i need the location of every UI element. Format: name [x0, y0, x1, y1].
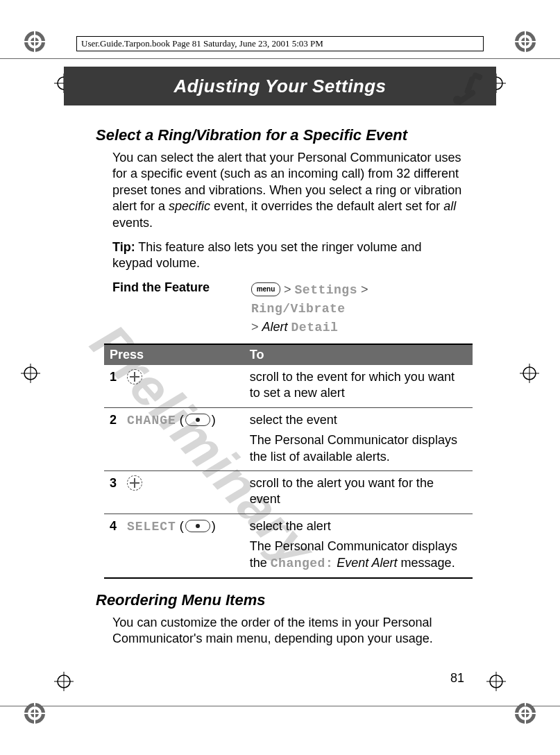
crop-mark-icon [486, 672, 506, 691]
registration-mark-icon [21, 699, 49, 727]
chapter-title-bar: Adjusting Your Settings [64, 67, 496, 105]
registration-mark-icon [21, 28, 49, 56]
page-number: 81 [450, 671, 464, 686]
settings-wrench-icon [449, 71, 488, 110]
crop-mark-icon [21, 364, 40, 383]
find-the-feature-path: menu > Settings > Ring/Vibrate > Alert D… [251, 280, 464, 337]
nav-key-icon [127, 475, 142, 491]
crop-mark-icon [54, 672, 74, 691]
print-header-text: User.Guide.Tarpon.book Page 81 Saturday,… [81, 38, 323, 49]
section1-tip: Tip: This feature also lets you set the … [112, 239, 464, 272]
instruction-table: Press To 1 scroll to the event for which… [104, 343, 473, 579]
crop-guide [0, 58, 560, 59]
table-head-to: To [244, 344, 473, 365]
table-row: 2 CHANGE () select the event The Persona… [104, 407, 473, 470]
table-row: 4 SELECT () select the alert The Persona… [104, 514, 473, 578]
soft-key-icon [185, 520, 210, 532]
section-heading-ring-vibration: Select a Ring/Vibration for a Specific E… [96, 126, 464, 144]
page-content: Select a Ring/Vibration for a Specific E… [96, 119, 464, 656]
section2-paragraph: You can customize the order of the items… [112, 615, 464, 647]
find-the-feature: Find the Feature menu > Settings > Ring/… [112, 280, 464, 337]
soft-key-icon [185, 414, 210, 426]
print-header: User.Guide.Tarpon.book Page 81 Saturday,… [76, 36, 484, 51]
registration-mark-icon [511, 28, 539, 56]
table-row: 3 scroll to the alert you want for the e… [104, 470, 473, 514]
find-the-feature-label: Find the Feature [112, 280, 251, 337]
table-row: 1 scroll to the event for which you want… [104, 365, 473, 407]
registration-mark-icon [511, 699, 539, 727]
nav-key-icon [127, 369, 142, 384]
table-head-press: Press [104, 344, 244, 365]
svg-point-39 [453, 96, 461, 104]
section-heading-reordering: Reordering Menu Items [96, 591, 464, 609]
crop-mark-icon [520, 364, 539, 383]
section1-paragraph1: You can select the alert that your Perso… [112, 150, 464, 231]
chapter-title: Adjusting Your Settings [173, 76, 386, 97]
menu-key-icon: menu [251, 282, 280, 296]
crop-guide [0, 706, 560, 706]
